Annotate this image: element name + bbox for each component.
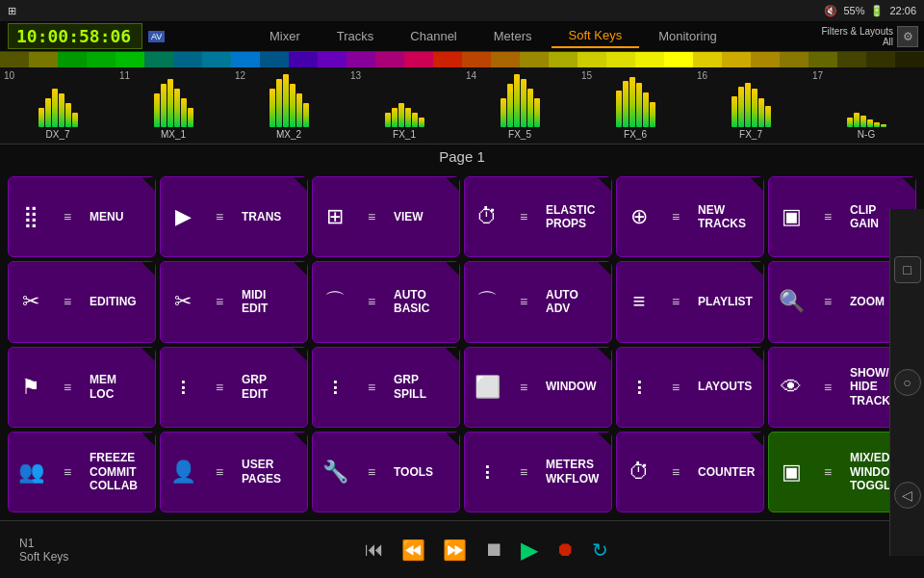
app-icon: ⊞ — [8, 5, 16, 17]
tab-monitoring[interactable]: Monitoring — [641, 25, 734, 47]
tab-meters[interactable]: Meters — [476, 25, 550, 47]
track-N-G: 17N-G — [808, 70, 924, 140]
softkey-user-pages[interactable]: 👤≡USER PAGES — [160, 432, 308, 512]
menu-icon: ⣿ — [16, 204, 45, 229]
timecode-badge: AV — [148, 31, 165, 42]
softkey-elastic-props[interactable]: ⏱≡ELASTIC PROPS — [464, 176, 612, 257]
softkey-new-tracks[interactable]: ⊕≡NEW TRACKS — [616, 176, 764, 257]
softkey-view[interactable]: ⊞≡VIEW — [312, 176, 460, 257]
softkey-midi-edit[interactable]: ✂≡MIDI EDIT — [160, 261, 308, 342]
track-DX_7: 10DX_7 — [0, 70, 116, 140]
grp-edit-icon: ⫶ — [168, 375, 197, 400]
softkey-layouts[interactable]: ⫶≡LAYOUTS — [616, 347, 764, 428]
midi-edit-label: MIDI EDIT — [242, 288, 268, 316]
tab-mixer[interactable]: Mixer — [252, 25, 318, 47]
softkey-grp-edit[interactable]: ⫶≡GRP EDIT — [160, 347, 308, 428]
softkey-grp-spill[interactable]: ⫶≡GRP SPILL — [312, 347, 460, 428]
track-FX_7: 16FX_7 — [693, 70, 808, 140]
softkey-freeze-commit-collab[interactable]: 👥≡FREEZE COMMIT COLLAB — [8, 432, 156, 512]
new-tracks-icon: ⊕ — [625, 204, 654, 229]
counter-label: COUNTER — [698, 465, 755, 479]
auto-adv-label: AUTO ADV — [546, 288, 578, 316]
filters-area: Filters & Layouts All ⚙ — [822, 26, 918, 47]
grp-spill-icon: ⫶ — [321, 375, 349, 400]
nav-tabs: Mixer Tracks Channel Meters Soft Keys Mo… — [165, 24, 821, 48]
trans-icon: ▶ — [168, 204, 197, 229]
track-MX_1: 11MX_1 — [116, 70, 231, 140]
track-FX_1: 13FX_1 — [346, 70, 462, 140]
stop-button[interactable]: ⏹ — [484, 539, 503, 561]
editing-label: EDITING — [90, 295, 137, 308]
trans-label: TRANS — [242, 210, 281, 223]
track-FX_5: 14FX_5 — [462, 70, 578, 140]
layouts-label: LAYOUTS — [698, 380, 752, 393]
elastic-props-icon: ⏱ — [473, 204, 501, 229]
counter-icon: ⏱ — [625, 460, 654, 485]
bottom-left: N1 Soft Keys — [19, 537, 68, 564]
session-name: N1 — [19, 537, 68, 550]
user-pages-label: USER PAGES — [242, 458, 281, 486]
gear-button[interactable]: ⚙ — [897, 26, 918, 47]
softkey-auto-basic[interactable]: ⌒≡AUTO BASIC — [312, 261, 460, 342]
softkey-window[interactable]: ⬜≡WINDOW — [464, 347, 612, 428]
auto-basic-label: AUTO BASIC — [394, 288, 429, 316]
view-label: VIEW — [394, 210, 424, 223]
mem-loc-icon: ⚑ — [16, 375, 45, 400]
layouts-icon: ⫶ — [625, 375, 654, 400]
auto-basic-icon: ⌒ — [321, 287, 349, 316]
freeze-commit-collab-icon: 👥 — [16, 460, 45, 485]
softkey-tools[interactable]: 🔧≡TOOLS — [312, 432, 460, 512]
battery-percent: 55% — [843, 5, 864, 16]
softkey-playlist[interactable]: ≡≡PLAYLIST — [616, 261, 764, 342]
play-button[interactable]: ▶ — [521, 537, 538, 564]
loop-button[interactable]: ↻ — [592, 539, 608, 562]
timecode-display: 10:00:58:06 — [8, 23, 142, 49]
tab-tracks[interactable]: Tracks — [320, 25, 392, 47]
record-button[interactable]: ⏺ — [555, 539, 575, 561]
softkey-counter[interactable]: ⏱≡COUNTER — [616, 432, 764, 512]
side-square-button[interactable]: □ — [894, 256, 921, 283]
side-arrow-button[interactable]: ◁ — [894, 482, 921, 509]
zoom-label: ZOOM — [850, 295, 885, 308]
meters-wkflow-icon: ⫶ — [473, 460, 501, 485]
filters-value: All — [883, 37, 893, 47]
zoom-icon: 🔍 — [777, 289, 806, 314]
meters-wkflow-label: METERS WKFLOW — [546, 458, 599, 486]
status-bar: ⊞ 🔇 55% 🔋 22:06 — [0, 0, 924, 21]
track-FX_6: 15FX_6 — [578, 70, 693, 140]
transport-controls: ⏮ ⏪ ⏩ ⏹ ▶ ⏺ ↻ — [365, 537, 608, 564]
clip-gain-label: CLIP GAIN — [850, 203, 879, 231]
timecode-bar: 10:00:58:06 AV Mixer Tracks Channel Mete… — [0, 21, 924, 52]
clip-gain-icon: ▣ — [777, 204, 806, 229]
freeze-commit-collab-label: FREEZE COMMIT COLLAB — [90, 451, 138, 492]
show-hide-tracks-icon: 👁 — [777, 375, 806, 400]
playlist-icon: ≡ — [625, 289, 654, 314]
softkey-mem-loc[interactable]: ⚑≡MEM LOC — [8, 347, 156, 428]
softkey-meters-wkflow[interactable]: ⫶≡METERS WKFLOW — [464, 432, 612, 512]
editing-icon: ✂ — [16, 289, 45, 314]
fast-forward-button[interactable]: ⏩ — [443, 539, 467, 562]
page-title: Page 1 — [0, 144, 924, 169]
softkey-grid: ⣿≡MENU▶≡TRANS⊞≡VIEW⏱≡ELASTIC PROPS⊕≡NEW … — [4, 172, 920, 516]
rewind-button[interactable]: ⏪ — [401, 539, 425, 562]
softkey-auto-adv[interactable]: ⌒≡AUTO ADV — [464, 261, 612, 342]
softkey-menu[interactable]: ⣿≡MENU — [8, 176, 156, 257]
window-label: WINDOW — [546, 380, 597, 393]
softkey-editing[interactable]: ✂≡EDITING — [8, 261, 156, 342]
side-circle-button[interactable]: ○ — [894, 369, 921, 396]
battery-icon: 🔋 — [870, 5, 884, 17]
go-to-start-button[interactable]: ⏮ — [365, 539, 384, 561]
side-controls: □ ○ ◁ — [889, 209, 924, 556]
filters-label: Filters & Layouts — [822, 26, 893, 37]
grp-spill-label: GRP SPILL — [394, 373, 426, 401]
tab-channel[interactable]: Channel — [393, 25, 474, 47]
tab-softkeys[interactable]: Soft Keys — [552, 24, 640, 48]
mute-icon: 🔇 — [824, 5, 837, 17]
softkey-trans[interactable]: ▶≡TRANS — [160, 176, 308, 257]
color-strip — [0, 52, 924, 67]
mix-edit-toggle-icon: ▣ — [777, 460, 806, 485]
window-icon: ⬜ — [473, 375, 501, 400]
mode-label: Soft Keys — [19, 550, 68, 564]
elastic-props-label: ELASTIC PROPS — [546, 203, 595, 231]
clock: 22:06 — [889, 5, 916, 16]
